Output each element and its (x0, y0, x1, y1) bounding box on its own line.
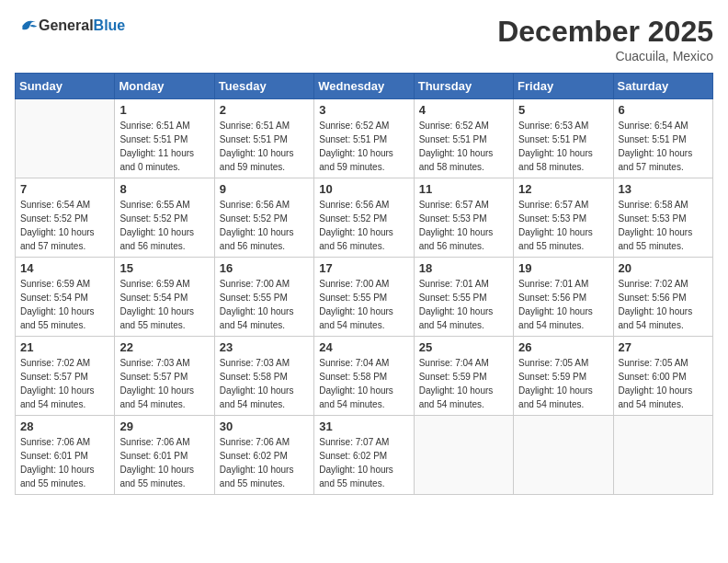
day-number: 24 (319, 340, 408, 354)
day-cell (514, 416, 613, 495)
day-number: 29 (119, 419, 209, 433)
day-number: 26 (518, 340, 608, 354)
week-row-3: 21Sunrise: 7:02 AM Sunset: 5:57 PM Dayli… (16, 337, 713, 416)
title-area: December 2025 Cuacuila, Mexico (497, 15, 713, 63)
day-number: 25 (419, 340, 508, 354)
day-cell: 17Sunrise: 7:00 AM Sunset: 5:55 PM Dayli… (314, 258, 414, 337)
day-number: 12 (518, 182, 608, 196)
day-cell: 8Sunrise: 6:55 AM Sunset: 5:52 PM Daylig… (115, 178, 214, 258)
day-number: 23 (220, 340, 309, 354)
logo-blue: Blue (94, 17, 126, 33)
day-number: 17 (319, 261, 408, 275)
day-info: Sunrise: 7:03 AM Sunset: 5:57 PM Dayligh… (119, 356, 209, 411)
month-title: December 2025 (497, 15, 713, 49)
day-info: Sunrise: 7:06 AM Sunset: 6:01 PM Dayligh… (119, 435, 209, 490)
day-cell: 20Sunrise: 7:02 AM Sunset: 5:56 PM Dayli… (613, 258, 712, 337)
day-info: Sunrise: 6:56 AM Sunset: 5:52 PM Dayligh… (319, 198, 408, 253)
day-cell: 25Sunrise: 7:04 AM Sunset: 5:59 PM Dayli… (414, 337, 513, 416)
day-cell: 31Sunrise: 7:07 AM Sunset: 6:02 PM Dayli… (314, 416, 414, 495)
weekday-header-sunday: Sunday (16, 74, 115, 99)
day-info: Sunrise: 7:00 AM Sunset: 5:55 PM Dayligh… (319, 277, 408, 332)
day-number: 20 (619, 261, 708, 275)
day-number: 8 (119, 182, 209, 196)
day-number: 27 (619, 340, 708, 354)
day-cell: 29Sunrise: 7:06 AM Sunset: 6:01 PM Dayli… (115, 416, 214, 495)
day-number: 5 (518, 103, 608, 117)
day-info: Sunrise: 7:05 AM Sunset: 6:00 PM Dayligh… (619, 356, 708, 411)
weekday-header-thursday: Thursday (414, 74, 513, 99)
day-number: 28 (20, 419, 109, 433)
day-cell: 26Sunrise: 7:05 AM Sunset: 5:59 PM Dayli… (514, 337, 613, 416)
day-number: 14 (20, 261, 109, 275)
day-cell: 9Sunrise: 6:56 AM Sunset: 5:52 PM Daylig… (214, 178, 313, 258)
week-row-0: 1Sunrise: 6:51 AM Sunset: 5:51 PM Daylig… (16, 99, 713, 178)
day-info: Sunrise: 6:59 AM Sunset: 5:54 PM Dayligh… (20, 277, 109, 332)
day-info: Sunrise: 6:56 AM Sunset: 5:52 PM Dayligh… (220, 198, 309, 253)
day-cell: 15Sunrise: 6:59 AM Sunset: 5:54 PM Dayli… (115, 258, 214, 337)
day-number: 3 (319, 103, 408, 117)
day-cell (414, 416, 513, 495)
day-info: Sunrise: 7:01 AM Sunset: 5:56 PM Dayligh… (518, 277, 608, 332)
day-number: 10 (319, 182, 408, 196)
day-number: 11 (419, 182, 508, 196)
weekday-header-tuesday: Tuesday (214, 74, 313, 99)
day-cell: 14Sunrise: 6:59 AM Sunset: 5:54 PM Dayli… (16, 258, 115, 337)
day-cell: 4Sunrise: 6:52 AM Sunset: 5:51 PM Daylig… (414, 99, 513, 178)
day-number: 15 (119, 261, 209, 275)
day-cell: 5Sunrise: 6:53 AM Sunset: 5:51 PM Daylig… (514, 99, 613, 178)
day-cell: 21Sunrise: 7:02 AM Sunset: 5:57 PM Dayli… (16, 337, 115, 416)
day-cell: 1Sunrise: 6:51 AM Sunset: 5:51 PM Daylig… (115, 99, 214, 178)
week-row-4: 28Sunrise: 7:06 AM Sunset: 6:01 PM Dayli… (16, 416, 713, 495)
week-row-2: 14Sunrise: 6:59 AM Sunset: 5:54 PM Dayli… (16, 258, 713, 337)
day-info: Sunrise: 7:02 AM Sunset: 5:57 PM Dayligh… (20, 356, 109, 411)
day-info: Sunrise: 6:55 AM Sunset: 5:52 PM Dayligh… (119, 198, 209, 253)
day-number: 4 (419, 103, 508, 117)
day-cell: 13Sunrise: 6:58 AM Sunset: 5:53 PM Dayli… (613, 178, 712, 258)
day-info: Sunrise: 6:57 AM Sunset: 5:53 PM Dayligh… (419, 198, 508, 253)
logo-icon (17, 15, 39, 37)
day-cell (613, 416, 712, 495)
day-number: 16 (220, 261, 309, 275)
day-info: Sunrise: 6:57 AM Sunset: 5:53 PM Dayligh… (518, 198, 608, 253)
day-cell: 12Sunrise: 6:57 AM Sunset: 5:53 PM Dayli… (514, 178, 613, 258)
day-number: 30 (220, 419, 309, 433)
day-cell (16, 99, 115, 178)
day-info: Sunrise: 6:54 AM Sunset: 5:51 PM Dayligh… (619, 119, 708, 174)
weekday-header-saturday: Saturday (613, 74, 712, 99)
weekday-header-row: SundayMondayTuesdayWednesdayThursdayFrid… (16, 74, 713, 99)
day-cell: 30Sunrise: 7:06 AM Sunset: 6:02 PM Dayli… (214, 416, 313, 495)
day-cell: 7Sunrise: 6:54 AM Sunset: 5:52 PM Daylig… (16, 178, 115, 258)
day-number: 9 (220, 182, 309, 196)
day-cell: 11Sunrise: 6:57 AM Sunset: 5:53 PM Dayli… (414, 178, 513, 258)
day-cell: 10Sunrise: 6:56 AM Sunset: 5:52 PM Dayli… (314, 178, 414, 258)
day-cell: 16Sunrise: 7:00 AM Sunset: 5:55 PM Dayli… (214, 258, 313, 337)
day-info: Sunrise: 6:51 AM Sunset: 5:51 PM Dayligh… (220, 119, 309, 174)
day-info: Sunrise: 6:54 AM Sunset: 5:52 PM Dayligh… (20, 198, 109, 253)
day-cell: 19Sunrise: 7:01 AM Sunset: 5:56 PM Dayli… (514, 258, 613, 337)
day-info: Sunrise: 7:02 AM Sunset: 5:56 PM Dayligh… (619, 277, 708, 332)
day-cell: 27Sunrise: 7:05 AM Sunset: 6:00 PM Dayli… (613, 337, 712, 416)
day-info: Sunrise: 7:06 AM Sunset: 6:02 PM Dayligh… (220, 435, 309, 490)
day-info: Sunrise: 6:59 AM Sunset: 5:54 PM Dayligh… (119, 277, 209, 332)
day-number: 19 (518, 261, 608, 275)
day-info: Sunrise: 7:04 AM Sunset: 5:59 PM Dayligh… (419, 356, 508, 411)
day-number: 7 (20, 182, 109, 196)
day-info: Sunrise: 7:01 AM Sunset: 5:55 PM Dayligh… (419, 277, 508, 332)
calendar: SundayMondayTuesdayWednesdayThursdayFrid… (15, 73, 713, 495)
day-number: 22 (119, 340, 209, 354)
day-cell: 23Sunrise: 7:03 AM Sunset: 5:58 PM Dayli… (214, 337, 313, 416)
day-number: 6 (619, 103, 708, 117)
weekday-header-friday: Friday (514, 74, 613, 99)
day-info: Sunrise: 7:05 AM Sunset: 5:59 PM Dayligh… (518, 356, 608, 411)
day-cell: 28Sunrise: 7:06 AM Sunset: 6:01 PM Dayli… (16, 416, 115, 495)
weekday-header-wednesday: Wednesday (314, 74, 414, 99)
header: GeneralBlue December 2025 Cuacuila, Mexi… (15, 15, 713, 63)
day-cell: 6Sunrise: 6:54 AM Sunset: 5:51 PM Daylig… (613, 99, 712, 178)
week-row-1: 7Sunrise: 6:54 AM Sunset: 5:52 PM Daylig… (16, 178, 713, 258)
day-info: Sunrise: 6:53 AM Sunset: 5:51 PM Dayligh… (518, 119, 608, 174)
day-info: Sunrise: 7:06 AM Sunset: 6:01 PM Dayligh… (20, 435, 109, 490)
day-number: 2 (220, 103, 309, 117)
day-number: 31 (319, 419, 408, 433)
day-number: 21 (20, 340, 109, 354)
weekday-header-monday: Monday (115, 74, 214, 99)
